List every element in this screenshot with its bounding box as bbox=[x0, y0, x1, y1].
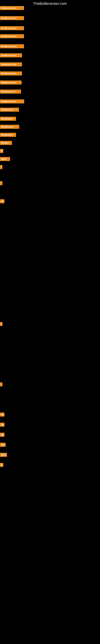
bottleneck-badge: Bottleneck res bbox=[0, 16, 24, 20]
bottleneck-badge: Bo bbox=[0, 422, 4, 427]
bottleneck-badge: Bottleneck r bbox=[0, 108, 19, 112]
bottleneck-badge: Bottleneck res bbox=[0, 44, 24, 48]
bottleneck-badge: Bottleneck bbox=[0, 117, 16, 121]
bottleneck-badge: Bot bbox=[0, 443, 6, 447]
bottleneck-badge: Bottleneck res bbox=[0, 80, 22, 84]
bottleneck-badge: B bbox=[0, 149, 3, 153]
bottleneck-badge: Bottleneck res bbox=[0, 53, 22, 57]
bottleneck-badge: Bo bbox=[0, 412, 4, 416]
bottleneck-badge: | bbox=[0, 165, 2, 169]
bottleneck-badge: Bottleneck res bbox=[0, 34, 24, 38]
bottleneck-badge: Bottleneck bbox=[0, 133, 16, 137]
bottleneck-badge: Bottleneck r bbox=[0, 125, 19, 129]
bottleneck-badge: Bottleneck res bbox=[0, 72, 22, 76]
bottleneck-badge: Bottleneck re bbox=[0, 90, 21, 94]
bottleneck-badge: Bottleneck res bbox=[0, 26, 24, 30]
bottleneck-badge: B bbox=[0, 463, 3, 467]
bottleneck-badge: Bottleneck res bbox=[0, 62, 22, 66]
bottleneck-badge: Bottleneck res bbox=[0, 6, 24, 10]
bottleneck-badge: Bo bbox=[0, 199, 4, 203]
bottleneck-badge: Bottlen bbox=[0, 141, 12, 145]
bottleneck-badge: Bott bbox=[0, 453, 7, 457]
bottleneck-badge: | bbox=[0, 181, 2, 185]
bottleneck-badge: | bbox=[0, 382, 2, 386]
bottleneck-badge: Bottl bbox=[0, 157, 10, 161]
bottleneck-badge: b bbox=[0, 322, 2, 326]
bottleneck-badge: Bottleneck res bbox=[0, 100, 24, 104]
bottleneck-badge: Bo bbox=[0, 433, 4, 437]
